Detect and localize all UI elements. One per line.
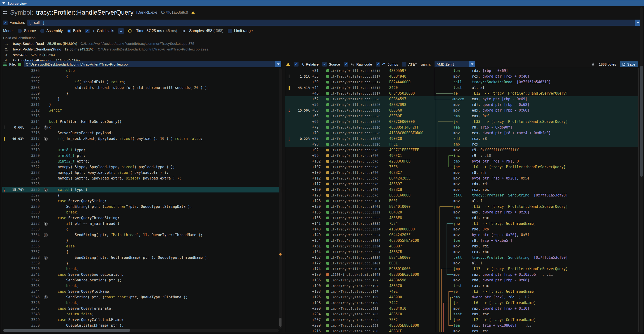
source-row[interactable]: 3308 std::this_thread::sleep_for( std::c…: [2, 85, 282, 91]
asm-row[interactable]: +123 …t\TracyProfiler.hpp:676 E850160000…: [285, 192, 638, 198]
asm-row[interactable]: +135 …t\TracyProfiler.cpp:3332 8B4320 mo…: [285, 209, 638, 215]
scrollbar-thumb[interactable]: [279, 318, 282, 327]
source-row[interactable]: 3347 case ServerQueryTerminate:: [2, 306, 282, 311]
source-row[interactable]: 3342 SendSourceLocation( ptr );: [2, 277, 282, 283]
source-row[interactable]: 3313: [2, 113, 282, 119]
source-row[interactable]: 3349 case ServerQueryCallstackFrame:: [2, 317, 282, 323]
asm-row[interactable]: +79 …t\TracyProfiler.cpp:3326 418B8C80E0…: [285, 130, 638, 136]
asm-row[interactable]: +107 …t\TracyProfiler.hpp:676 75F6 jne .…: [285, 164, 638, 170]
save-button[interactable]: Save: [620, 61, 638, 67]
source-row[interactable]: 3328 case ServerQueryString:: [2, 198, 282, 204]
source-row[interactable]: 3329 SendString( ptr, (const char*)ptr, …: [2, 204, 282, 209]
asm-row[interactable]: +143 …t\TracyProfiler.cpp:3334 41B90B000…: [285, 226, 638, 232]
asm-row[interactable]: +63 …t\TracyProfiler.cpp:3326 83F80F cmp…: [285, 113, 638, 119]
asm-row[interactable]: +39 …t\TracyProfiler.cpp:3317 E824AA0000…: [285, 79, 638, 85]
source-row[interactable]: 15.79% 3326 9 switch( type ): [2, 187, 282, 192]
window-vertical-scrollbar[interactable]: [640, 7, 643, 333]
asm-row[interactable]: +209 …mon\TracySystem.cpp:258 488D35E886…: [285, 323, 638, 328]
asm-row[interactable]: +193 …mon\TracySystem.cpp:197 740E je .L…: [285, 289, 638, 294]
scrollbar-thumb[interactable]: [3, 329, 130, 332]
asm-row[interactable]: +174 …t\TracyProfiler.cpp:3401 E9B801000…: [285, 266, 638, 272]
asm-row[interactable]: +102 …t\TracyProfiler.hpp:676 42803C0F00…: [285, 159, 638, 164]
asm-row[interactable]: +207 …mon\TracySystem.cpp:203 75F2 jne .…: [285, 317, 638, 323]
source-row[interactable]: 3305 else: [2, 68, 282, 74]
asm-row[interactable]: 0.22% +87 …t\TracyProfiler.cpp:3326 4903…: [285, 136, 638, 142]
source-row[interactable]: 3319 uint8_t type;: [2, 147, 282, 153]
asm-row[interactable]: +99 …t\TracyProfiler.hpp:676 49FFC1 inc …: [285, 153, 638, 159]
source-row[interactable]: 3343 break;: [2, 283, 282, 289]
source-row[interactable]: 3331 case ServerQueryThreadString:: [2, 215, 282, 221]
source-row[interactable]: 3324 memcpy( &extra, &payload.extra, siz…: [2, 175, 282, 181]
asm-row[interactable]: +186 …mon\TracySystem.cpp:197 448B4598 m…: [285, 277, 638, 283]
child-call-item[interactable]: 1. tracy::Socket::Read 25.25 ms (54.89%)…: [3, 41, 641, 46]
asm-row[interactable]: 1.31% +35 …t\TracyProfiler.cpp:3317 488B…: [285, 74, 638, 79]
file-combo[interactable]: C:\Users\wolf\Desktop\darkrl\contrib\tra…: [24, 61, 281, 67]
source-row[interactable]: 3312 #endif: [2, 108, 282, 113]
source-row[interactable]: 3332 3 if( ptr == m_mainThread ): [2, 221, 282, 226]
asm-row[interactable]: +72 …t\TracyProfiler.cpp:3326 4C8D05F146…: [285, 125, 638, 130]
mode-radio-source[interactable]: Source: [18, 29, 36, 33]
source-row[interactable]: 3336 else: [2, 243, 282, 249]
asm-row[interactable]: +120 …t\TracyProfiler.hpp:676 488BCB mov…: [285, 187, 638, 192]
asm-row[interactable]: +31 …t\TracyProfiler.cpp:3317 488D5597 l…: [285, 68, 638, 74]
asm-row[interactable]: +200 …mon\TracySystem.cpp:203 488B4010 m…: [285, 306, 638, 311]
source-row[interactable]: 0.66% 3315 7 {: [2, 125, 282, 130]
asm-row[interactable]: +161 …t\TracyProfiler.cpp:3334 488BD7 mo…: [285, 243, 638, 249]
asm-row[interactable]: +109 …t\TracyProfiler.hpp:676 4C8BC7 mov…: [285, 170, 638, 175]
source-row[interactable]: 3346 break;: [2, 300, 282, 306]
asm-row[interactable]: 45.41% +44 …t\TracyProfiler.cpp:3317 84C…: [285, 85, 638, 91]
jumps-checkbox[interactable]: Jumps: [376, 62, 398, 66]
asm-row[interactable]: +164 …t\TracyProfiler.cpp:3334 488BCB mo…: [285, 249, 638, 255]
asm-row[interactable]: +46 …t\TracyProfiler.cpp:3317 0F84350200…: [285, 91, 638, 96]
asm-row[interactable]: +167 …t\TracyProfiler.cpp:3334 E82416000…: [285, 255, 638, 260]
source-row[interactable]: 3321 uint32_t extra;: [2, 159, 282, 164]
asm-row[interactable]: +112 …t\TracyProfiler.hpp:676 C64424205E…: [285, 175, 638, 181]
source-row[interactable]: 3339 }: [2, 260, 282, 266]
asm-row[interactable]: +92 …t\TracyProfiler.hpp:676 49C7C1FFFFF…: [285, 147, 638, 153]
source-row[interactable]: 3338 1 SendString( ptr, GetThreadName( p…: [2, 255, 282, 260]
asm-row[interactable]: +66 …t\TracyProfiler.cpp:3326 0F87CE0600…: [285, 119, 638, 125]
asm-row[interactable]: +204 …mon\TracySystem.cpp:203 4885C0 tes…: [285, 311, 638, 317]
source-row[interactable]: 3306 {: [2, 74, 282, 79]
child-calls-checkbox[interactable]: Child calls: [85, 29, 114, 33]
asm-row[interactable]: +117 …t\TracyProfiler.hpp:676 488BD7 mov…: [285, 181, 638, 187]
scrollbar-thumb[interactable]: [640, 66, 643, 176]
propagate-up-button[interactable]: [118, 28, 124, 34]
asm-row[interactable]: +216 …mon\TracySystem.cpp:258 488BCE mov…: [285, 328, 638, 332]
source-row[interactable]: 3345 1 SendString( ptr, (const char*)ptr…: [2, 294, 282, 300]
asm-row[interactable]: +190 …mon\TracySystem.cpp:197 4885C0 tes…: [285, 283, 638, 289]
source-row[interactable]: 3348 return false;: [2, 311, 282, 317]
mode-radio-both[interactable]: Both: [67, 29, 81, 33]
child-call-item[interactable]: 2. tracy::Profiler::SendLongString 19.88…: [3, 46, 641, 52]
asm-row[interactable]: +141 …t\TracyProfiler.cpp:3332 7524 jne …: [285, 221, 638, 226]
source-row[interactable]: 3330 break;: [2, 209, 282, 215]
source-row[interactable]: 3344 case ServerQueryPlotName:: [2, 289, 282, 294]
source-row[interactable]: 3341 case ServerQuerySourceLocation:: [2, 272, 282, 277]
source-row[interactable]: 3316 ServerQueryPacket payload;: [2, 130, 282, 136]
source-row[interactable]: 3309 }: [2, 91, 282, 96]
chevron-down-icon[interactable]: [469, 61, 475, 67]
function-combo[interactable]: [ - self - ]: [28, 19, 641, 26]
mode-radio-assembly[interactable]: Assembly: [40, 29, 62, 33]
title-bar[interactable]: Source view: [0, 0, 644, 6]
asm-row[interactable]: +128 …t\TracyProfiler.cpp:3401 B001 mov …: [285, 198, 638, 204]
raw-code-checkbox[interactable]: Raw code: [344, 62, 372, 66]
source-row[interactable]: 3307 if( shouldExit ) return;: [2, 79, 282, 85]
source-row[interactable]: 3340 break;: [2, 266, 282, 272]
source-row[interactable]: 3350 QueueCallstackFrame( ptr );: [2, 323, 282, 328]
asm-row[interactable]: +149 …t\TracyProfiler.cpp:3334 C64424205…: [285, 232, 638, 238]
source-row[interactable]: 3334 6 SendString( ptr, "Main thread", 1…: [2, 232, 282, 238]
source-row[interactable]: 3311 }: [2, 102, 282, 108]
function-checkbox[interactable]: Function:: [3, 20, 25, 25]
source-horizontal-scrollbar[interactable]: [2, 329, 279, 332]
source-row[interactable]: 46.93% 3317 5 if( !m_sock->Read( &payloa…: [2, 136, 282, 142]
asm-row[interactable]: +90 …t\TracyProfiler.cpp:3326 FFE1 jmp r…: [285, 142, 638, 147]
asm-row[interactable]: +198 …mon\TracySystem.cpp:199 744C je .L…: [285, 300, 638, 306]
source-row[interactable]: 3335 }: [2, 238, 282, 243]
source-row[interactable]: 3325: [2, 181, 282, 187]
source-row[interactable]: 3323 memcpy( &ptr, &payload.ptr, sizeof(…: [2, 170, 282, 175]
att-syntax-checkbox[interactable]: AT&T: [402, 62, 417, 66]
asm-row[interactable]: +154 …t\TracyProfiler.cpp:3334 4C8D055FB…: [285, 238, 638, 243]
source-row[interactable]: 3318: [2, 142, 282, 147]
asm-row[interactable]: +138 …t\TracyProfiler.cpp:3332 483BF8 cm…: [285, 215, 638, 221]
